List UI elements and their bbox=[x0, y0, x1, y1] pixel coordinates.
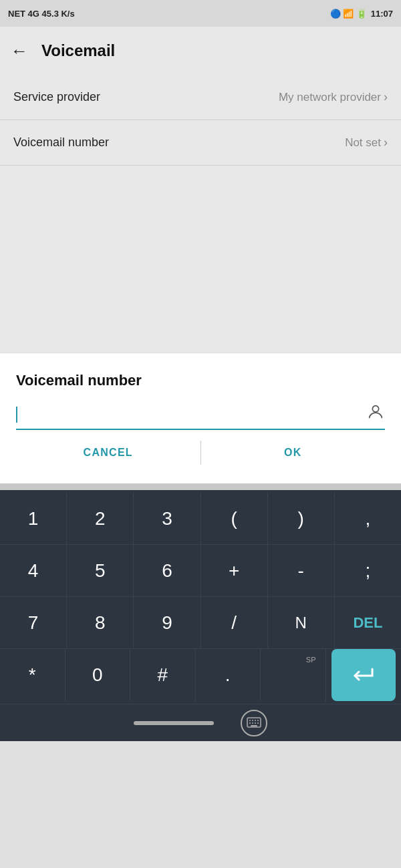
key-delete[interactable]: DEL bbox=[335, 597, 401, 649]
keyboard-row-1: 1 2 3 ( ) , bbox=[0, 493, 401, 545]
key-sp[interactable]: SP bbox=[261, 649, 326, 701]
key-2[interactable]: 2 bbox=[67, 493, 134, 545]
voicemail-number-input[interactable] bbox=[23, 407, 361, 422]
key-star[interactable]: * bbox=[0, 649, 65, 701]
keyboard-button[interactable] bbox=[241, 710, 267, 736]
service-provider-value: My network provider › bbox=[279, 90, 388, 104]
header: ← Voicemail bbox=[0, 27, 401, 75]
service-provider-item[interactable]: Service provider My network provider › bbox=[0, 75, 401, 120]
dialog-title: Voicemail number bbox=[16, 372, 385, 389]
key-open-paren[interactable]: ( bbox=[201, 493, 268, 545]
key-7[interactable]: 7 bbox=[0, 597, 67, 649]
key-8[interactable]: 8 bbox=[67, 597, 134, 649]
keyboard-row-2: 4 5 6 + - ; bbox=[0, 545, 401, 597]
voicemail-number-chevron-icon: › bbox=[384, 136, 388, 150]
key-0[interactable]: 0 bbox=[65, 649, 131, 701]
status-left: NET 4G 45.3 K/s bbox=[8, 9, 75, 19]
dialog-buttons: CANCEL OK bbox=[16, 435, 385, 470]
voicemail-number-value: Not set › bbox=[345, 136, 388, 150]
key-semicolon[interactable]: ; bbox=[335, 545, 401, 597]
key-hash[interactable]: # bbox=[130, 649, 196, 701]
back-button[interactable]: ← bbox=[11, 41, 28, 61]
keyboard-separator bbox=[0, 483, 401, 490]
voicemail-number-label: Voicemail number bbox=[13, 136, 109, 150]
status-bar: NET 4G 45.3 K/s 🔵 📶 🔋 11:07 bbox=[0, 0, 401, 27]
key-minus[interactable]: - bbox=[268, 545, 335, 597]
key-5[interactable]: 5 bbox=[67, 545, 134, 597]
text-cursor bbox=[16, 407, 17, 423]
key-1[interactable]: 1 bbox=[0, 493, 67, 545]
key-close-paren[interactable]: ) bbox=[268, 493, 335, 545]
key-enter[interactable] bbox=[331, 649, 396, 701]
key-dot[interactable]: . bbox=[196, 649, 261, 701]
page-title: Voicemail bbox=[41, 41, 115, 60]
contact-icon[interactable] bbox=[366, 403, 385, 426]
key-9[interactable]: 9 bbox=[134, 597, 200, 649]
empty-space bbox=[0, 166, 401, 353]
key-slash[interactable]: / bbox=[201, 597, 268, 649]
cancel-button[interactable]: CANCEL bbox=[16, 435, 200, 470]
voicemail-number-item[interactable]: Voicemail number Not set › bbox=[0, 120, 401, 166]
key-4[interactable]: 4 bbox=[0, 545, 67, 597]
key-n[interactable]: N bbox=[268, 597, 335, 649]
clock: 11:07 bbox=[371, 9, 393, 19]
home-pill[interactable] bbox=[134, 721, 214, 725]
keyboard-row-3: 7 8 9 / N DEL bbox=[0, 597, 401, 649]
key-6[interactable]: 6 bbox=[134, 545, 200, 597]
voicemail-number-dialog: Voicemail number CANCEL OK bbox=[0, 353, 401, 483]
service-provider-chevron-icon: › bbox=[384, 90, 388, 104]
ok-button[interactable]: OK bbox=[201, 435, 386, 470]
status-icons: 🔵 📶 🔋 bbox=[330, 9, 367, 19]
keyboard-row-4: * 0 # . SP bbox=[0, 649, 401, 701]
key-plus[interactable]: + bbox=[201, 545, 268, 597]
key-comma[interactable]: , bbox=[335, 493, 401, 545]
service-provider-label: Service provider bbox=[13, 90, 100, 104]
phone-input-row bbox=[16, 403, 385, 430]
voicemail-number-text: Not set bbox=[345, 136, 381, 150]
network-info: NET 4G 45.3 K/s bbox=[8, 9, 75, 19]
key-3[interactable]: 3 bbox=[134, 493, 200, 545]
phone-keyboard: 1 2 3 ( ) , 4 5 6 + - ; 7 8 9 / N DEL * … bbox=[0, 490, 401, 704]
svg-point-0 bbox=[372, 406, 378, 412]
status-right: 🔵 📶 🔋 11:07 bbox=[330, 9, 393, 19]
nav-bar bbox=[0, 704, 401, 741]
settings-list: Service provider My network provider › V… bbox=[0, 75, 401, 166]
service-provider-text: My network provider bbox=[279, 91, 381, 104]
